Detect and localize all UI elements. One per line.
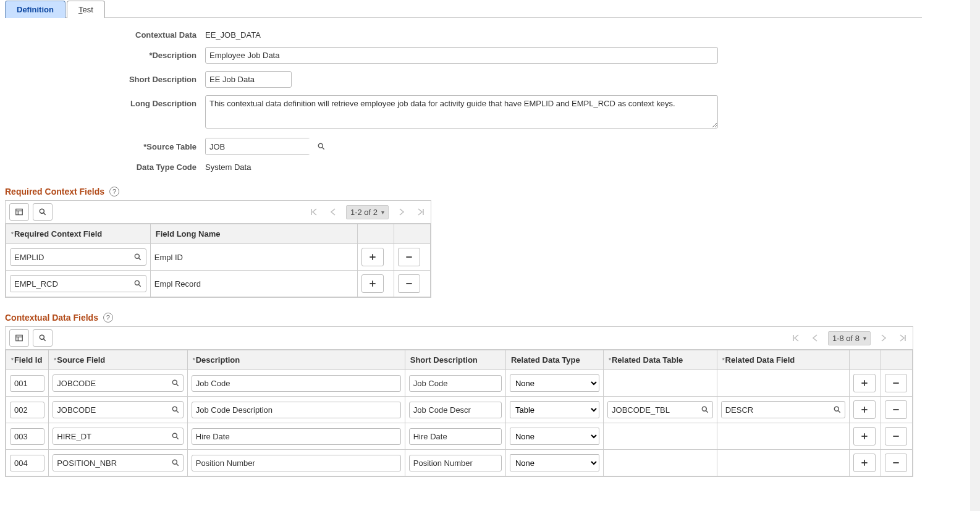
pager-prev-icon[interactable] <box>327 208 339 216</box>
pager-next-icon[interactable] <box>878 334 889 342</box>
description-input[interactable] <box>192 402 401 418</box>
svg-point-20 <box>40 335 44 339</box>
table-row: NoneTable <box>6 397 913 423</box>
source-field-input[interactable] <box>53 455 167 471</box>
contextual-data-label: Contextual Data <box>11 30 196 40</box>
add-row-button[interactable] <box>853 454 876 472</box>
source-field-input[interactable] <box>53 375 167 391</box>
description-input[interactable] <box>192 375 401 392</box>
required-context-field-input[interactable] <box>11 276 130 292</box>
col-related-data-type[interactable]: Related Data Type <box>505 350 603 370</box>
related-data-type-select[interactable]: NoneTable <box>510 428 599 445</box>
description-input[interactable] <box>192 455 401 471</box>
short-description-input[interactable] <box>409 455 502 471</box>
svg-rect-17 <box>16 335 23 340</box>
tab-definition[interactable]: Definition <box>5 1 65 18</box>
pager-first-icon[interactable] <box>308 208 320 216</box>
help-icon[interactable]: ? <box>103 313 113 323</box>
related-data-type-select[interactable]: NoneTable <box>510 401 599 418</box>
add-row-button[interactable] <box>853 374 876 392</box>
col-required-context-field[interactable]: *Required Context Field <box>6 224 151 244</box>
col-related-data-field[interactable]: *Related Data Field <box>717 350 849 370</box>
source-field-lookup-icon[interactable] <box>167 458 183 467</box>
short-description-input[interactable] <box>205 71 292 88</box>
grid-personalize-icon[interactable] <box>9 203 29 221</box>
col-description[interactable]: *Description <box>187 350 405 370</box>
col-short-description[interactable]: Short Description <box>405 350 505 370</box>
add-row-button[interactable] <box>361 274 384 293</box>
table-row: Empl ID <box>6 244 431 271</box>
short-description-input[interactable] <box>409 375 502 392</box>
add-row-button[interactable] <box>853 400 876 419</box>
delete-row-button[interactable] <box>885 374 907 392</box>
required-context-fields-grid: 1-2 of 2 ▾ *Required Context Field Field… <box>5 200 431 298</box>
table-row: Empl Record <box>6 271 431 297</box>
required-context-field-lookup-icon[interactable] <box>130 253 146 261</box>
field-id-input[interactable] <box>10 375 44 392</box>
svg-line-1 <box>322 147 324 149</box>
svg-line-23 <box>176 384 178 386</box>
delete-row-button[interactable] <box>398 274 420 293</box>
col-source-field[interactable]: *Source Field <box>49 350 187 370</box>
tab-bar: Definition Test <box>5 0 922 18</box>
help-icon[interactable]: ? <box>109 187 119 196</box>
col-field-long-name[interactable]: Field Long Name <box>150 224 357 244</box>
source-field-input[interactable] <box>53 402 167 418</box>
source-table-input[interactable] <box>206 138 317 154</box>
svg-point-36 <box>172 433 177 437</box>
grid-search-icon[interactable] <box>33 329 53 347</box>
source-field-lookup-icon[interactable] <box>167 379 183 387</box>
required-context-field-lookup-icon[interactable] <box>130 279 146 288</box>
pager-last-icon[interactable] <box>897 334 909 342</box>
pager-first-icon[interactable] <box>790 334 802 342</box>
svg-point-7 <box>135 254 140 258</box>
svg-line-37 <box>176 437 178 439</box>
required-context-field-input[interactable] <box>11 249 130 265</box>
related-data-table-lookup-icon[interactable] <box>698 405 712 414</box>
related-data-table-input[interactable] <box>608 402 698 418</box>
field-long-name-value: Empl ID <box>150 244 357 271</box>
pager-range[interactable]: 1-8 of 8 ▾ <box>828 331 871 345</box>
grid2-pager: 1-8 of 8 ▾ <box>790 331 909 345</box>
svg-point-22 <box>172 380 177 384</box>
svg-point-29 <box>702 407 706 411</box>
delete-row-button[interactable] <box>885 454 907 472</box>
add-row-button[interactable] <box>361 248 384 266</box>
col-field-id[interactable]: *Field Id <box>6 350 49 370</box>
chevron-down-icon: ▾ <box>381 209 384 216</box>
pager-prev-icon[interactable] <box>809 334 821 342</box>
contextual-data-value: EE_JOB_DATA <box>205 30 730 40</box>
long-description-textarea[interactable]: This contextual data definition will ret… <box>205 95 718 129</box>
source-field-input[interactable] <box>53 428 167 444</box>
description-input[interactable] <box>205 47 718 64</box>
required-context-fields-title: Required Context Fields ? <box>5 187 922 196</box>
tab-test[interactable]: Test <box>67 1 105 18</box>
field-id-input[interactable] <box>10 455 44 471</box>
source-field-lookup-icon[interactable] <box>167 405 183 414</box>
related-data-type-select[interactable]: NoneTable <box>510 374 599 392</box>
grid-search-icon[interactable] <box>33 203 53 221</box>
delete-row-button[interactable] <box>885 400 907 419</box>
field-id-input[interactable] <box>10 428 44 445</box>
pager-range[interactable]: 1-2 of 2 ▾ <box>346 205 389 219</box>
svg-point-12 <box>135 281 140 285</box>
source-field-lookup-icon[interactable] <box>167 432 183 441</box>
related-data-field-lookup-icon[interactable] <box>830 405 845 414</box>
tab-definition-label: Definition <box>17 5 54 14</box>
description-input[interactable] <box>192 428 401 445</box>
related-data-field-input[interactable] <box>722 402 830 418</box>
field-id-input[interactable] <box>10 402 44 418</box>
grid-personalize-icon[interactable] <box>9 329 29 347</box>
svg-point-41 <box>172 460 177 464</box>
pager-next-icon[interactable] <box>396 208 407 216</box>
col-related-data-table[interactable]: *Related Data Table <box>604 350 717 370</box>
pager-last-icon[interactable] <box>415 208 427 216</box>
add-row-button[interactable] <box>853 427 876 446</box>
svg-line-21 <box>43 339 45 340</box>
source-table-lookup-icon[interactable] <box>317 142 326 151</box>
delete-row-button[interactable] <box>885 427 907 446</box>
delete-row-button[interactable] <box>398 248 420 266</box>
related-data-type-select[interactable]: NoneTable <box>510 454 599 471</box>
short-description-input[interactable] <box>409 402 502 418</box>
short-description-input[interactable] <box>409 428 502 445</box>
